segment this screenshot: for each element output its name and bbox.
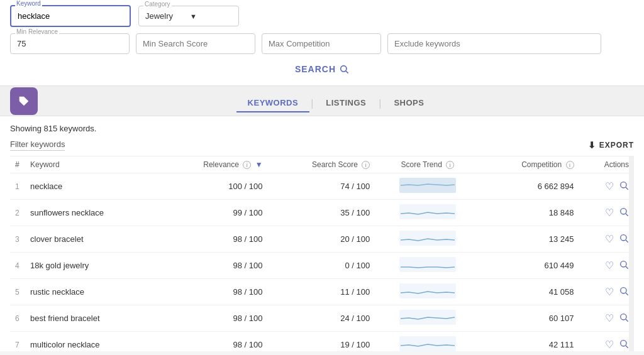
min-relevance-input[interactable]	[10, 33, 130, 54]
keyword-input[interactable]	[10, 5, 131, 27]
tab-keywords[interactable]: KEYWORDS	[236, 94, 310, 112]
exclude-keywords-input[interactable]	[387, 33, 601, 54]
relevance-info-icon[interactable]: i	[243, 161, 251, 169]
row-num: 1	[10, 173, 25, 200]
row-search-score: 35 / 100	[268, 200, 375, 226]
col-relevance: Relevance i ▼	[158, 156, 267, 173]
table-row: 6 best friend bracelet 98 / 100 24 / 100…	[10, 305, 634, 332]
row-keyword: multicolor necklace	[25, 332, 158, 352]
min-search-score-input[interactable]	[136, 33, 255, 54]
table-row: 3 clover bracelet 98 / 100 20 / 100 13 2…	[10, 226, 634, 253]
category-field[interactable]: Category Jewelry ▼	[138, 6, 239, 26]
favorite-icon[interactable]: ♡	[605, 233, 614, 245]
row-keyword: best friend bracelet	[25, 305, 158, 332]
table-row: 2 sunflowers necklace 99 / 100 35 / 100 …	[10, 200, 634, 226]
search-action-icon[interactable]	[619, 180, 629, 193]
row-keyword: 18k gold jewelry	[25, 253, 158, 279]
keyword-field[interactable]: Keyword	[10, 5, 131, 27]
max-competition-field[interactable]	[262, 33, 381, 54]
search-action-icon[interactable]	[619, 259, 629, 272]
row-relevance: 98 / 100	[158, 279, 267, 305]
sort-arrow[interactable]: ▼	[255, 160, 263, 169]
row-score-trend	[375, 226, 480, 253]
tab-listings[interactable]: LISTINGS	[314, 94, 377, 112]
category-value: Jewelry	[145, 11, 187, 21]
scrollbar[interactable]	[629, 156, 634, 351]
col-search-score: Search Score i	[268, 156, 375, 173]
col-keyword: Keyword	[25, 156, 158, 173]
row-competition: 6 662 894	[480, 173, 579, 200]
row-competition: 41 058	[480, 279, 579, 305]
exclude-keywords-field[interactable]	[387, 33, 601, 54]
svg-point-5	[621, 208, 626, 214]
brand-bar: KEYWORDS | LISTINGS | SHOPS	[0, 86, 644, 116]
search-action-icon[interactable]	[619, 207, 629, 219]
svg-point-9	[621, 261, 626, 266]
row-keyword: necklace	[25, 173, 158, 200]
col-actions: Actions	[579, 156, 634, 173]
row-score-trend	[375, 279, 480, 305]
score-trend-info-icon[interactable]: i	[446, 161, 454, 169]
table-row: 5 rustic necklace 98 / 100 11 / 100 41 0…	[10, 279, 634, 305]
filter-keywords-label: Filter keywords	[10, 139, 65, 151]
row-actions: ♡	[579, 279, 634, 305]
svg-line-16	[626, 346, 628, 348]
row-competition: 13 245	[480, 226, 579, 253]
row-search-score: 0 / 100	[268, 253, 375, 279]
row-relevance: 98 / 100	[158, 226, 267, 253]
row-actions: ♡	[579, 332, 634, 352]
export-button[interactable]: ⬇ EXPORT	[588, 140, 634, 150]
svg-line-12	[626, 293, 628, 295]
tag-icon	[17, 94, 31, 108]
min-search-score-field[interactable]	[136, 33, 255, 54]
row-search-score: 24 / 100	[268, 305, 375, 332]
row-competition: 18 848	[480, 200, 579, 226]
search-score-info-icon[interactable]: i	[362, 161, 370, 169]
row-search-score: 20 / 100	[268, 226, 375, 253]
tab-shops[interactable]: SHOPS	[382, 94, 435, 112]
favorite-icon[interactable]: ♡	[605, 259, 614, 271]
row-search-score: 11 / 100	[268, 279, 375, 305]
row-score-trend	[375, 253, 480, 279]
search-button[interactable]: SEARCH	[285, 59, 359, 79]
search-icon	[339, 64, 349, 74]
row-num: 5	[10, 279, 25, 305]
search-action-icon[interactable]	[619, 233, 629, 246]
competition-info-icon[interactable]: i	[566, 161, 574, 169]
row-search-score: 74 / 100	[268, 173, 375, 200]
favorite-icon[interactable]: ♡	[605, 286, 614, 298]
favorite-icon[interactable]: ♡	[605, 339, 614, 351]
row-actions: ♡	[579, 305, 634, 332]
max-competition-input[interactable]	[262, 33, 381, 54]
row-score-trend	[375, 173, 480, 200]
row-relevance: 100 / 100	[158, 173, 267, 200]
row-keyword: sunflowers necklace	[25, 200, 158, 226]
row-actions: ♡	[579, 200, 634, 226]
row-actions: ♡	[579, 226, 634, 253]
showing-text: Showing 815 keywords.	[10, 124, 96, 133]
keyword-label: Keyword	[15, 0, 42, 7]
col-score-trend: Score Trend i	[375, 156, 480, 173]
row-score-trend	[375, 332, 480, 352]
search-action-icon[interactable]	[619, 339, 629, 351]
min-relevance-field[interactable]: Min Relevance	[10, 33, 130, 54]
favorite-icon[interactable]: ♡	[605, 312, 614, 324]
table-row: 1 necklace 100 / 100 74 / 100 6 662 894 …	[10, 173, 634, 200]
favorite-icon[interactable]: ♡	[605, 207, 614, 219]
row-score-trend	[375, 305, 480, 332]
row-actions: ♡	[579, 253, 634, 279]
svg-line-10	[626, 266, 628, 269]
col-competition: Competition i	[480, 156, 579, 173]
keywords-table: # Keyword Relevance i ▼ Search Score i	[10, 156, 634, 351]
svg-line-1	[346, 71, 348, 74]
search-action-icon[interactable]	[619, 312, 629, 325]
row-keyword: rustic necklace	[25, 279, 158, 305]
svg-point-15	[621, 340, 626, 346]
row-num: 4	[10, 253, 25, 279]
download-icon: ⬇	[588, 140, 596, 150]
row-competition: 60 107	[480, 305, 579, 332]
search-action-icon[interactable]	[619, 286, 629, 298]
favorite-icon[interactable]: ♡	[605, 180, 614, 192]
row-competition: 42 111	[480, 332, 579, 352]
row-score-trend	[375, 200, 480, 226]
